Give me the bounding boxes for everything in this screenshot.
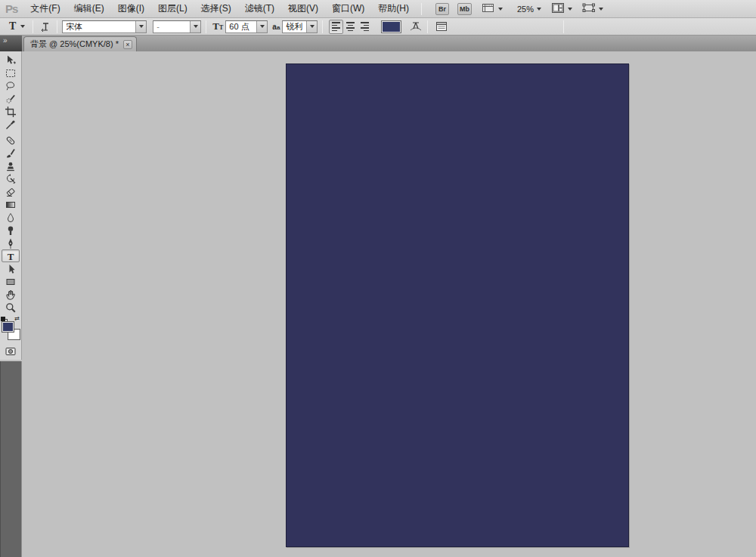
combo-dropdown-button[interactable]	[135, 21, 146, 32]
text-color-swatch[interactable]	[381, 20, 401, 33]
options-separator	[33, 20, 33, 33]
menu-edit[interactable]: 编辑(E)	[67, 0, 111, 17]
quick-selection-tool[interactable]	[2, 92, 20, 105]
crop-tool-icon	[5, 106, 17, 118]
rectangle-shape-tool[interactable]	[2, 275, 20, 288]
font-size-select[interactable]: 60 点	[225, 20, 268, 33]
gradient-tool-icon	[5, 199, 17, 211]
move-tool[interactable]	[2, 54, 20, 67]
tools-column: T ⇄	[0, 51, 22, 557]
crop-tool[interactable]	[2, 105, 20, 118]
text-alignment-group	[329, 20, 372, 34]
photoshop-window: Ps 文件(F) 编辑(E) 图像(I) 图层(L) 选择(S) 滤镜(T) 视…	[0, 0, 756, 557]
brush-tool[interactable]	[2, 147, 20, 159]
dodge-tool-icon	[5, 224, 17, 237]
align-center-button[interactable]	[343, 20, 358, 34]
pen-tool-icon	[5, 237, 17, 249]
toolbox-panel: T ⇄	[0, 51, 22, 360]
blur-tool-icon	[5, 212, 17, 224]
launch-mini-bridge-button[interactable]: Mb	[457, 3, 472, 15]
rectangular-marquee-tool[interactable]	[2, 67, 20, 79]
launch-bridge-button[interactable]: Br	[435, 3, 449, 15]
zoom-level-value[interactable]: 25%	[513, 5, 534, 14]
lasso-tool[interactable]	[2, 79, 20, 92]
anti-alias-select[interactable]: 锐利	[282, 20, 318, 33]
combo-dropdown-button[interactable]	[190, 21, 200, 32]
double-chevron-icon: »	[3, 36, 8, 45]
warp-text-button[interactable]	[409, 20, 423, 32]
history-brush-tool-icon	[5, 173, 17, 185]
chevron-down-icon	[260, 25, 265, 28]
font-style-value: -	[153, 22, 190, 31]
dodge-tool[interactable]	[2, 224, 20, 237]
screen-mode-icon	[582, 2, 596, 16]
tool-preset-picker[interactable]: T	[6, 20, 28, 33]
path-selection-tool[interactable]	[2, 262, 20, 275]
chevron-down-icon	[20, 25, 25, 28]
toolbox-collapse-button[interactable]: »	[0, 36, 22, 51]
arrange-documents-button[interactable]	[551, 2, 572, 16]
quick-mask-icon	[5, 346, 17, 357]
text-orientation-toggle[interactable]	[39, 21, 52, 32]
menu-select[interactable]: 选择(S)	[194, 0, 238, 17]
combo-dropdown-button[interactable]	[306, 21, 317, 32]
menu-filter[interactable]: 滤镜(T)	[238, 0, 281, 17]
arrange-documents-icon	[551, 2, 565, 16]
view-extras-button[interactable]	[482, 2, 503, 16]
menu-help[interactable]: 帮助(H)	[371, 0, 416, 17]
document-tab[interactable]: 背景 @ 25%(CMYK/8) * ×	[23, 36, 137, 51]
brush-tool-icon	[5, 147, 17, 159]
type-tool-icon: T	[5, 250, 17, 262]
menu-window[interactable]: 窗口(W)	[325, 0, 371, 17]
align-left-icon	[332, 22, 340, 31]
color-wells: ⇄	[1, 315, 20, 338]
eraser-tool-icon	[5, 186, 17, 198]
menu-image[interactable]: 图像(I)	[111, 0, 151, 17]
document-tab-bar: » 背景 @ 25%(CMYK/8) * ×	[0, 36, 756, 51]
menu-layer[interactable]: 图层(L)	[151, 0, 194, 17]
quick-mask-button[interactable]	[2, 345, 20, 357]
toggle-panels-button[interactable]	[435, 21, 448, 32]
document-canvas[interactable]	[286, 63, 629, 547]
lasso-tool-icon	[5, 80, 17, 92]
align-right-button[interactable]	[358, 20, 372, 34]
menu-file[interactable]: 文件(F)	[23, 0, 67, 17]
swap-colors-icon[interactable]: ⇄	[14, 315, 20, 322]
chevron-down-icon	[537, 8, 541, 11]
zoom-tool[interactable]	[2, 301, 20, 314]
options-separator	[206, 20, 206, 33]
type-tool-icon: T	[9, 20, 16, 32]
spot-healing-brush-tool[interactable]	[2, 134, 20, 147]
chevron-down-icon	[310, 25, 314, 28]
font-family-select[interactable]: 宋体	[62, 20, 147, 33]
type-tool[interactable]: T	[2, 249, 20, 262]
chevron-down-icon	[568, 8, 572, 11]
align-right-icon	[361, 22, 369, 31]
healing-brush-tool-icon	[5, 135, 17, 147]
chevron-down-icon	[194, 25, 198, 28]
rectangle-shape-tool-icon	[5, 276, 17, 288]
history-brush-tool[interactable]	[2, 172, 20, 185]
clone-stamp-tool[interactable]	[2, 159, 20, 172]
blur-tool[interactable]	[2, 211, 20, 224]
font-size-icon: TT	[212, 20, 223, 32]
pen-tool[interactable]	[2, 237, 20, 249]
combo-dropdown-button[interactable]	[256, 21, 267, 32]
align-left-button[interactable]	[329, 20, 343, 34]
font-size-value: 60 点	[226, 21, 256, 32]
marquee-tool-icon	[5, 67, 17, 79]
menu-view[interactable]: 视图(V)	[281, 0, 325, 17]
eyedropper-tool[interactable]	[2, 118, 20, 131]
screen-mode-button[interactable]	[582, 2, 603, 16]
zoom-tool-icon	[5, 302, 17, 314]
zoom-level-control[interactable]: 25%	[513, 5, 541, 14]
character-paragraph-panels-icon	[435, 21, 448, 32]
tab-close-button[interactable]: ×	[123, 40, 132, 49]
font-style-select[interactable]: -	[153, 20, 201, 33]
hand-tool[interactable]	[2, 288, 20, 301]
foreground-color-swatch[interactable]	[2, 321, 14, 333]
gradient-tool[interactable]	[2, 198, 20, 211]
menubar-separator	[421, 3, 422, 15]
eraser-tool[interactable]	[2, 185, 20, 198]
canvas-area[interactable]	[22, 51, 756, 557]
